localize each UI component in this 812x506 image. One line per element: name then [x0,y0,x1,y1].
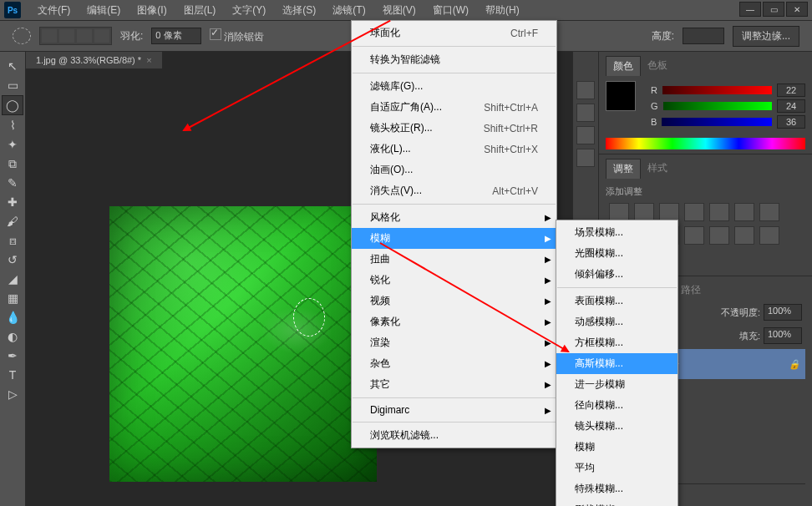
menu-select[interactable]: 选择(S) [274,1,324,20]
refine-edge-button[interactable]: 调整边缘... [733,26,799,47]
menu-help[interactable]: 帮助(H) [477,1,528,20]
filter-browse[interactable]: 浏览联机滤镜... [352,425,556,446]
antialias-check[interactable]: 消除锯齿 [210,28,264,44]
blur-blur[interactable]: 模糊 [556,437,678,458]
b-slider[interactable] [662,118,772,126]
menu-edit[interactable]: 编辑(E) [79,1,129,20]
blur-iris[interactable]: 光圈模糊... [556,243,678,264]
adj-curves[interactable] [659,203,679,221]
move-tool[interactable]: ↖ [3,57,23,75]
eyedropper-tool[interactable]: ✎ [3,174,23,192]
swatch-tab[interactable]: 色板 [641,56,674,76]
color-tab[interactable]: 颜色 [606,56,641,76]
blur-average[interactable]: 平均 [556,458,678,478]
group-icon[interactable] [683,488,696,499]
r-slider[interactable] [662,86,772,94]
wand-tool[interactable]: ✦ [3,135,23,154]
adj-invert[interactable] [684,226,704,245]
filter-repeat[interactable]: 球面化Ctrl+F [352,23,556,43]
filter-liquify[interactable]: 液化(L)...Shift+Ctrl+X [352,139,556,159]
marquee-tool-icon[interactable] [13,28,31,44]
maximize-button[interactable]: ▭ [763,2,784,17]
filter-oil[interactable]: 油画(O)... [352,159,556,180]
menu-image[interactable]: 图像(I) [129,1,175,20]
blur-gaussian[interactable]: 高斯模糊... [556,353,678,374]
filter-gallery[interactable]: 滤镜库(G)... [352,76,556,97]
filter-lenscorr[interactable]: 镜头校正(R)...Shift+Ctrl+R [352,118,556,139]
menu-layer[interactable]: 图层(L) [175,1,225,20]
lasso-tool[interactable]: ⌇ [3,116,23,134]
document-tab[interactable]: 1.jpg @ 33.3%(RGB/8#) *× [26,52,162,69]
hue-bar[interactable] [606,138,805,149]
trash-icon[interactable] [719,488,733,499]
new-layer-icon[interactable] [701,488,714,499]
feather-input[interactable]: 0 像素 [151,28,201,44]
history-brush-tool[interactable]: ↺ [3,250,23,269]
filter-adaptive[interactable]: 自适应广角(A)...Shift+Ctrl+A [352,97,556,118]
blur-box[interactable]: 方框模糊... [556,332,678,353]
pen-tool[interactable]: ✒ [3,347,23,365]
menu-window[interactable]: 窗口(W) [424,1,477,20]
blur-motion[interactable]: 动感模糊... [556,311,678,332]
adj-poster[interactable] [709,226,729,245]
stamp-tool[interactable]: ⧈ [3,231,23,250]
blur-field[interactable]: 场景模糊... [556,222,678,243]
sel-sub[interactable] [77,29,92,43]
menu-file[interactable]: 文件(F) [29,1,79,20]
filter-noise[interactable]: 杂色▶ [352,353,556,374]
adj-vibrance[interactable] [709,203,729,221]
styles-tab[interactable]: 样式 [641,159,674,179]
menu-filter[interactable]: 滤镜(T) [324,1,373,20]
gradient-tool[interactable]: ▦ [3,289,23,307]
filter-sharpen[interactable]: 锐化▶ [352,270,556,291]
filter-smart[interactable]: 转换为智能滤镜 [352,49,556,70]
path-tool[interactable]: ▷ [3,385,23,403]
blur-tilt[interactable]: 倾斜偏移... [556,264,678,285]
eraser-tool[interactable]: ◢ [3,270,23,288]
sel-new[interactable] [42,29,57,43]
adj-brightness[interactable] [609,203,629,221]
opacity-input[interactable]: 100% [764,304,802,321]
close-doc-icon[interactable]: × [146,55,151,65]
blur-further[interactable]: 进一步模糊 [556,374,678,395]
paragraph-icon[interactable] [576,149,595,167]
minimize-button[interactable]: — [739,2,761,17]
blur-shape[interactable]: 形状模糊... [556,499,678,506]
adjust-tab[interactable]: 调整 [606,159,641,179]
properties-icon[interactable] [576,104,595,122]
brush-tool[interactable]: 🖌 [3,212,23,230]
history-icon[interactable] [576,81,595,99]
adj-gradmap[interactable] [759,226,779,245]
blur-smart[interactable]: 特殊模糊... [556,478,678,499]
height-input[interactable] [683,28,724,44]
paths-tab[interactable]: 路径 [674,281,708,301]
adj-exposure[interactable] [684,203,704,221]
r-value[interactable]: 22 [777,83,805,97]
adj-thresh[interactable] [734,226,754,245]
menu-view[interactable]: 视图(V) [374,1,424,20]
heal-tool[interactable]: ✚ [3,193,23,211]
character-icon[interactable] [576,126,595,144]
foreground-color[interactable] [606,81,636,111]
crop-tool[interactable]: ⧉ [3,154,23,173]
adj-hue[interactable] [734,203,754,221]
filter-other[interactable]: 其它▶ [352,374,556,395]
close-button[interactable]: ✕ [786,2,808,17]
blur-lens[interactable]: 镜头模糊... [556,416,678,437]
g-value[interactable]: 24 [777,99,805,113]
filter-video[interactable]: 视频▶ [352,291,556,311]
filter-pixelate[interactable]: 像素化▶ [352,311,556,332]
fill-input[interactable]: 100% [764,327,802,344]
b-value[interactable]: 36 [777,115,805,129]
dodge-tool[interactable]: ◐ [3,327,23,346]
rect-marquee-tool[interactable]: ▭ [3,76,23,94]
filter-stylize[interactable]: 风格化▶ [352,207,556,228]
menu-type[interactable]: 文字(Y) [224,1,274,20]
ellipse-marquee-tool[interactable]: ◯ [2,95,23,115]
blur-tool[interactable]: 💧 [3,308,23,326]
type-tool[interactable]: T [3,366,23,384]
filter-render[interactable]: 渲染▶ [352,332,556,353]
filter-distort[interactable]: 扭曲▶ [352,249,556,270]
adj-bw[interactable] [759,203,779,221]
filter-vanish[interactable]: 消失点(V)...Alt+Ctrl+V [352,180,556,201]
